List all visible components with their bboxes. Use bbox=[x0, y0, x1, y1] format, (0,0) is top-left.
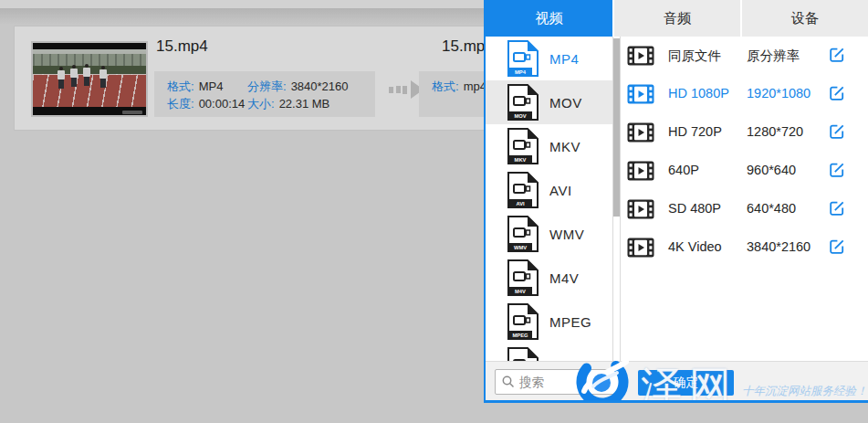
quality-resolution: 原分辨率 bbox=[747, 48, 800, 65]
quality-row[interactable]: SD 480P 640*480 bbox=[621, 190, 868, 228]
format-row[interactable]: AVI AVI bbox=[486, 168, 612, 212]
quality-row[interactable]: 4K Video 3840*2160 bbox=[621, 228, 868, 267]
svg-text:MPEG: MPEG bbox=[512, 333, 528, 338]
format-row[interactable]: MP4 MP4 bbox=[486, 37, 612, 80]
tab-device[interactable]: 设备 bbox=[740, 0, 868, 37]
quality-resolution: 1920*1080 bbox=[747, 86, 810, 100]
video-file-format-icon: M4V bbox=[507, 259, 539, 296]
video-file-format-icon: AVI bbox=[507, 172, 539, 208]
edit-icon[interactable] bbox=[829, 162, 845, 178]
format-label: MPEG bbox=[549, 314, 591, 330]
watermark-tagline: 十年沉淀网站服务经验！ bbox=[742, 384, 868, 399]
quality-name: 同原文件 bbox=[668, 48, 721, 65]
search-icon bbox=[502, 375, 515, 388]
svg-text:MOV: MOV bbox=[514, 113, 526, 119]
film-strip-icon bbox=[627, 161, 654, 181]
video-file-format-icon bbox=[507, 347, 539, 361]
film-strip-icon bbox=[627, 122, 654, 143]
quality-name: HD 720P bbox=[668, 124, 722, 139]
video-file-format-icon: MP4 bbox=[507, 40, 539, 77]
video-file-format-icon: WMV bbox=[507, 216, 539, 252]
output-format-popup: 视频 音频 设备 MP4 MP4 MO bbox=[484, 0, 868, 403]
format-row[interactable]: MPEG MPEG bbox=[486, 300, 612, 344]
format-label: MOV bbox=[549, 95, 582, 111]
svg-text:AVI: AVI bbox=[516, 201, 525, 206]
edit-icon[interactable] bbox=[829, 238, 845, 255]
video-file-format-icon: MPEG bbox=[507, 303, 539, 340]
format-label: M4V bbox=[549, 270, 579, 286]
scrollbar-thumb[interactable] bbox=[613, 38, 620, 217]
modal-dim-overlay bbox=[0, 0, 484, 423]
quality-list: 同原文件 原分辨率 HD 1080P 1920*1080 bbox=[621, 37, 868, 361]
film-strip-icon bbox=[627, 199, 654, 219]
quality-resolution: 960*640 bbox=[747, 163, 796, 177]
quality-resolution: 1280*720 bbox=[747, 124, 803, 139]
edit-icon[interactable] bbox=[829, 200, 845, 217]
edit-icon[interactable] bbox=[829, 123, 845, 140]
format-row[interactable]: MKV MKV bbox=[486, 124, 612, 168]
format-row[interactable]: MOV MOV bbox=[486, 80, 612, 124]
quality-name: SD 480P bbox=[668, 201, 721, 216]
watermark-big-text: 泽网 bbox=[641, 359, 737, 403]
video-file-format-icon: MKV bbox=[507, 128, 539, 164]
app-window: 15.mp4 格式:MP4 分辨率:3840*2160 长度:00:00:14 … bbox=[0, 0, 868, 423]
format-row[interactable]: M4V M4V bbox=[486, 256, 612, 300]
tab-audio[interactable]: 音频 bbox=[612, 0, 740, 37]
video-file-format-icon: MOV bbox=[507, 84, 539, 121]
edit-icon[interactable] bbox=[829, 85, 845, 101]
format-list-scrollbar[interactable] bbox=[612, 37, 621, 361]
quality-resolution: 3840*2160 bbox=[747, 239, 810, 254]
quality-row[interactable]: 640P 960*640 bbox=[621, 152, 868, 190]
svg-text:MP4: MP4 bbox=[515, 69, 527, 75]
svg-text:MKV: MKV bbox=[515, 157, 527, 163]
film-strip-icon bbox=[627, 238, 654, 258]
film-strip-icon bbox=[627, 84, 654, 104]
format-row[interactable]: WMV WMV bbox=[486, 212, 612, 256]
format-label: MP4 bbox=[549, 51, 579, 67]
quality-name: 640P bbox=[668, 163, 699, 177]
tab-video[interactable]: 视频 bbox=[486, 0, 612, 37]
quality-name: HD 1080P bbox=[668, 86, 729, 100]
film-strip-icon bbox=[627, 46, 654, 66]
quality-name: 4K Video bbox=[668, 239, 722, 254]
svg-text:M4V: M4V bbox=[515, 289, 526, 294]
popup-tab-bar: 视频 音频 设备 bbox=[486, 0, 868, 37]
quality-row[interactable]: 同原文件 原分辨率 bbox=[621, 37, 868, 75]
edit-icon[interactable] bbox=[829, 47, 845, 63]
quality-row[interactable]: HD 720P 1280*720 bbox=[621, 113, 868, 152]
format-label: AVI bbox=[549, 183, 572, 198]
quality-row[interactable]: HD 1080P 1920*1080 bbox=[621, 75, 868, 113]
modal-dim-overlay-bottom bbox=[484, 403, 868, 423]
format-list: MP4 MP4 MOV MOV MKV bbox=[486, 37, 612, 361]
watermark-swirl-logo bbox=[571, 356, 637, 403]
svg-text:WMV: WMV bbox=[514, 245, 527, 250]
format-label: MKV bbox=[549, 139, 580, 154]
quality-resolution: 640*480 bbox=[747, 201, 796, 216]
format-label: WMV bbox=[549, 227, 584, 242]
